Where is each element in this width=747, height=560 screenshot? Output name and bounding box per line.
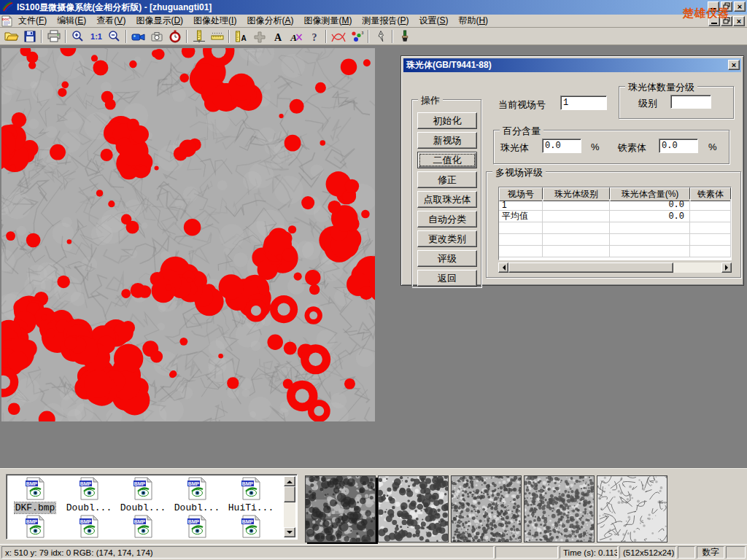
scroll-right-button[interactable] (721, 262, 732, 273)
table-cell-r2c1[interactable] (543, 222, 610, 234)
op-button-自动分类[interactable]: 自动分类 (417, 211, 477, 228)
table-hscrollbar[interactable] (498, 262, 732, 273)
current-view-input[interactable]: 1 (560, 96, 607, 110)
ferrite-percent-input[interactable]: 0.0 (659, 139, 698, 153)
table-cell-r1c2[interactable]: 0.0 (610, 211, 690, 222)
dialog-close-button[interactable]: × (728, 60, 740, 70)
document-icon[interactable]: DOC (1, 15, 13, 27)
svg-text:BMP: BMP (188, 481, 200, 486)
sample-thumbnail-5[interactable] (597, 475, 667, 542)
table-cell-r2c3[interactable] (690, 222, 731, 234)
curve-icon[interactable] (329, 29, 347, 44)
pearlite-percent-input[interactable]: 0.0 (542, 139, 581, 153)
file-name: Doubl... (66, 502, 112, 513)
file-item-5[interactable]: BMPHuiTi... (224, 477, 278, 513)
ruler-text-icon[interactable]: A (232, 29, 250, 44)
table-cell-r0c1[interactable] (543, 199, 610, 211)
camera-icon[interactable] (147, 29, 166, 44)
mdi-close-button[interactable]: × (733, 16, 745, 26)
menu-item-5[interactable]: 图像处理(I) (188, 14, 241, 28)
table-cell-r3c0[interactable] (499, 234, 543, 246)
file-item-4[interactable]: BMPDoubl... (170, 477, 224, 513)
sample-thumbnail-2[interactable] (378, 475, 449, 542)
actual-size-icon[interactable]: 1:1 (87, 29, 105, 44)
op-button-新视场[interactable]: 新视场 (417, 132, 477, 149)
menu-item-2[interactable]: 编辑(E) (52, 14, 91, 28)
dialog-title-bar[interactable]: 珠光体(GB/T9441-88) × (403, 58, 741, 72)
table-cell-r3c3[interactable] (690, 234, 731, 246)
table-cell-r1c1[interactable] (543, 211, 610, 222)
merge-icon[interactable] (250, 29, 268, 44)
menu-item-3[interactable]: 查看(V) (91, 14, 131, 28)
menu-item-9[interactable]: 设置(S) (414, 14, 453, 28)
file-item-partial-4[interactable]: BMP (170, 515, 224, 540)
status-bar: x: 510 y: 79 idx: 0 RGB: (174, 174, 174)… (0, 544, 747, 560)
sample-thumbnail-4[interactable] (524, 475, 595, 542)
file-scroll-thumb[interactable] (284, 486, 295, 502)
table-cell-r4c0[interactable] (499, 246, 543, 257)
table-cell-r0c3[interactable] (690, 199, 731, 211)
file-vscrollbar[interactable] (284, 476, 295, 537)
file-item-partial-5[interactable]: BMP (224, 515, 278, 540)
pen-icon[interactable] (371, 29, 390, 44)
file-item-partial-3[interactable]: BMP (116, 515, 170, 540)
op-button-评级[interactable]: 评级 (417, 250, 477, 267)
table-cell-r2c0[interactable] (499, 222, 543, 234)
menu-item-6[interactable]: 图像分析(A) (241, 14, 298, 28)
bmp-file-icon: BMP (116, 477, 170, 502)
menu-item-8[interactable]: 测量报告(P) (357, 14, 414, 28)
save-icon[interactable] (20, 29, 39, 44)
menu-item-1[interactable]: 文件(F) (13, 14, 52, 28)
styled-text-icon[interactable]: A (287, 29, 305, 44)
count-points-icon[interactable]: 3 (347, 29, 365, 44)
text-icon[interactable]: A (268, 29, 287, 44)
zoom-out-icon[interactable] (105, 29, 123, 44)
table-cell-r4c3[interactable] (690, 246, 731, 257)
table-cell-r2c2[interactable] (610, 222, 690, 234)
multi-view-table[interactable]: 视场号珠光体级别珠光体含量(%)铁素体10.0平均值0.0 (498, 187, 732, 260)
scroll-up-button[interactable] (284, 476, 295, 486)
scroll-down-button[interactable] (284, 527, 295, 537)
sample-thumbnail-1[interactable] (305, 475, 376, 542)
table-cell-r3c2[interactable] (610, 234, 690, 246)
grade-input[interactable] (670, 95, 711, 109)
svg-text:BMP: BMP (242, 519, 254, 524)
file-item-partial-2[interactable]: BMP (62, 515, 116, 540)
table-cell-r0c2[interactable]: 0.0 (610, 199, 690, 211)
table-cell-r4c1[interactable] (543, 246, 610, 257)
file-item-2[interactable]: BMPDoubl... (62, 477, 116, 513)
caliper-icon[interactable] (190, 29, 208, 44)
video-camera-icon[interactable] (129, 29, 147, 44)
file-item-partial-1[interactable]: BMP (8, 515, 62, 540)
stopwatch-icon[interactable] (166, 29, 184, 44)
help-icon[interactable]: ? (305, 29, 323, 44)
menu-item-4[interactable]: 图像显示(D) (131, 14, 188, 28)
table-cell-r3c1[interactable] (543, 234, 610, 246)
status-empty-2 (678, 546, 695, 559)
table-cell-r1c3[interactable] (690, 211, 731, 222)
print-icon[interactable] (44, 29, 63, 44)
op-button-点取珠光体[interactable]: 点取珠光体 (417, 191, 477, 208)
open-icon[interactable] (2, 29, 20, 44)
ruler-icon[interactable] (208, 29, 226, 44)
menu-item-7[interactable]: 图像测量(M) (298, 14, 357, 28)
sample-thumbnail-3[interactable] (451, 475, 522, 542)
table-cell-r0c0[interactable]: 1 (499, 199, 543, 211)
brush-icon[interactable] (395, 29, 414, 44)
title-bar[interactable]: IS100显微摄像系统(金相分析版) - [zhuguangti01] × (0, 0, 747, 15)
table-cell-r1c0[interactable]: 平均值 (499, 211, 543, 222)
file-item-3[interactable]: BMPDoubl... (116, 477, 170, 513)
scroll-left-button[interactable] (498, 262, 508, 273)
table-cell-r4c2[interactable] (610, 246, 690, 257)
op-button-初始化[interactable]: 初始化 (417, 112, 477, 129)
zoom-in-icon[interactable] (69, 29, 87, 44)
metallographic-image[interactable] (1, 48, 375, 421)
menu-item-10[interactable]: 帮助(H) (453, 14, 493, 28)
op-button-二值化[interactable]: 二值化 (417, 152, 477, 168)
op-button-修正[interactable]: 修正 (417, 171, 477, 188)
op-button-返回[interactable]: 返回 (417, 270, 477, 287)
op-button-更改类别[interactable]: 更改类别 (417, 230, 477, 247)
close-button[interactable]: × (734, 1, 746, 12)
file-item-1[interactable]: BMPDKF.bmp (8, 477, 62, 513)
scroll-thumb[interactable] (508, 262, 673, 273)
